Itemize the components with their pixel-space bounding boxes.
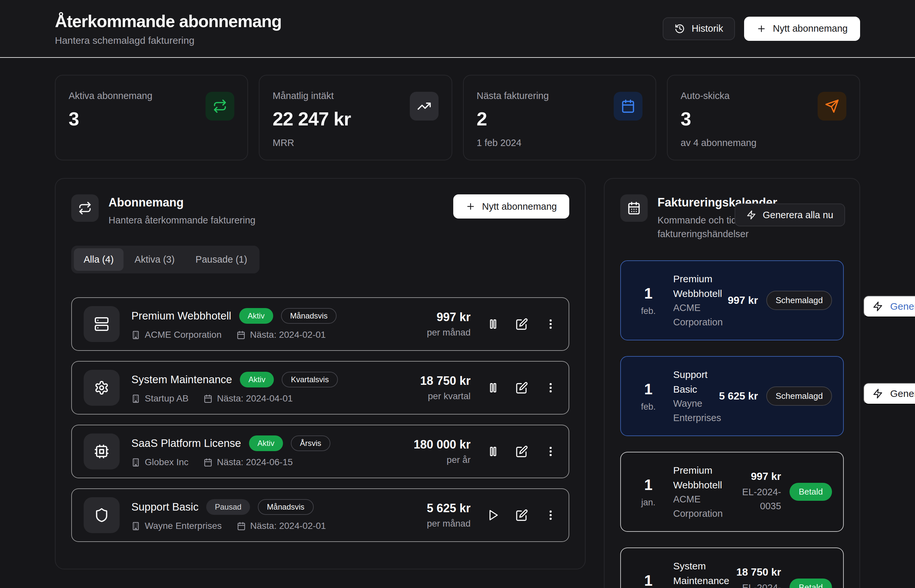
event-month: feb. — [632, 306, 665, 316]
next-billing-meta: Nästa: 2024-02-01 — [237, 330, 326, 340]
generate-all-button[interactable]: Generera alla nu — [735, 204, 845, 226]
history-icon — [674, 24, 685, 34]
billing-event-paid: 1 jan. System Maintenance Startup AB 18 … — [620, 548, 844, 588]
more-menu-button[interactable] — [545, 381, 557, 394]
subscription-filter-tabs: Alla (4) Aktiva (3) Pausade (1) — [71, 246, 259, 273]
event-invoice-number: EL-2024-0035 — [726, 485, 781, 514]
amount-value: 997 kr — [427, 310, 470, 324]
generate-now-button[interactable]: Generera — [863, 296, 915, 317]
event-company: ACME Corporation — [673, 492, 718, 521]
tab-active[interactable]: Aktiva (3) — [125, 248, 184, 271]
subscriptions-panel-title: Abonnemang — [108, 195, 255, 209]
building-icon — [131, 458, 140, 467]
stat-sub: MRR — [273, 137, 438, 148]
event-name: Premium Webbhotell — [673, 271, 719, 301]
new-subscription-button-label: Nytt abonnemang — [482, 201, 557, 212]
subscription-amount: 18 750 kr per kvartal — [420, 374, 470, 401]
edit-button[interactable] — [516, 318, 528, 330]
event-info: Premium Webbhotell ACME Corporation — [673, 271, 719, 329]
company-meta: Startup AB — [131, 393, 189, 404]
billing-calendar-panel: Faktureringskalender Kommande och tidiga… — [604, 178, 860, 588]
more-menu-button[interactable] — [545, 445, 557, 458]
send-icon — [818, 92, 846, 121]
generate-all-label: Generera alla nu — [763, 210, 833, 221]
subscription-name: SaaS Platform License — [131, 437, 241, 449]
event-name: System Maintenance — [673, 559, 718, 588]
row-actions — [487, 509, 557, 521]
pause-button[interactable] — [487, 318, 500, 330]
building-icon — [131, 522, 140, 530]
subscriptions-panel-titles: Abonnemang Hantera återkommande fakturer… — [108, 194, 255, 227]
history-button-label: Historik — [692, 23, 723, 34]
subscription-list: Premium Webbhotell Aktiv Månadsvis ACME … — [71, 297, 569, 542]
frequency-badge: Månadsvis — [281, 308, 337, 324]
edit-button[interactable] — [516, 381, 528, 394]
event-name: Premium Webbhotell — [673, 463, 718, 492]
pause-button[interactable] — [487, 445, 500, 458]
subscriptions-panel-subtitle: Hantera återkommande fakturering — [108, 213, 255, 227]
event-info: Support Basic Wayne Enterprises — [673, 367, 710, 425]
stat-sub: 1 feb 2024 — [477, 137, 642, 148]
frequency-badge: Månadsvis — [258, 499, 314, 515]
subscription-name: System Maintenance — [131, 373, 232, 386]
tab-all[interactable]: Alla (4) — [74, 248, 123, 271]
event-day: 1 — [632, 572, 665, 588]
billing-events-list: 1 feb. Premium Webbhotell ACME Corporati… — [620, 260, 844, 588]
company-meta: Wayne Enterprises — [131, 521, 222, 531]
stat-card-monthly-revenue: Månatlig intäkt 22 247 kr MRR — [259, 75, 452, 160]
tab-paused[interactable]: Pausade (1) — [186, 248, 257, 271]
event-info: Premium Webbhotell ACME Corporation — [673, 463, 718, 521]
next-billing-date: Nästa: 2024-04-01 — [217, 393, 293, 404]
subscription-name: Support Basic — [131, 501, 198, 513]
stats-row: Aktiva abonnemang 3 Månatlig intäkt 22 2… — [0, 58, 915, 160]
edit-button[interactable] — [516, 509, 528, 521]
pause-button[interactable] — [487, 381, 500, 394]
more-menu-button[interactable] — [545, 509, 557, 521]
event-invoice-number: EL-2024-0032 — [726, 581, 781, 588]
main-content: Abonnemang Hantera återkommande fakturer… — [0, 160, 915, 588]
company-name: Startup AB — [145, 393, 189, 404]
event-status-badge: Betald — [789, 483, 832, 501]
subscription-row: Premium Webbhotell Aktiv Månadsvis ACME … — [71, 297, 569, 351]
next-billing-meta: Nästa: 2024-02-01 — [237, 521, 326, 531]
subscription-name: Premium Webbhotell — [131, 310, 231, 322]
amount-period: per kvartal — [420, 391, 470, 401]
next-billing-date: Nästa: 2024-06-15 — [217, 457, 293, 467]
header-titles: Återkommande abonnemang Hantera schemala… — [55, 11, 282, 46]
stat-card-auto-send: Auto-skicka 3 av 4 abonnemang — [667, 75, 860, 160]
repeat-icon — [205, 92, 234, 121]
event-date: 1 feb. — [632, 380, 665, 412]
event-status-badge: Schemalagd — [766, 386, 832, 406]
subscription-row: SaaS Platform License Aktiv Årsvis Globe… — [71, 425, 569, 478]
subscription-info: Premium Webbhotell Aktiv Månadsvis ACME … — [131, 308, 415, 340]
event-status-badge: Schemalagd — [766, 291, 832, 310]
amount-period: per år — [414, 455, 470, 465]
calendar-icon — [237, 331, 246, 339]
plus-icon — [466, 202, 475, 212]
calendar-icon — [204, 458, 212, 467]
calendar-icon — [237, 522, 246, 530]
edit-button[interactable] — [516, 445, 528, 458]
new-subscription-button-panel[interactable]: Nytt abonnemang — [453, 194, 569, 218]
next-billing-date: Nästa: 2024-02-01 — [250, 330, 326, 340]
new-subscription-button-header[interactable]: Nytt abonnemang — [744, 17, 860, 41]
row-actions — [487, 318, 557, 330]
calendar-icon — [614, 92, 642, 121]
status-badge: Aktiv — [240, 372, 274, 388]
generate-now-label: Generera — [890, 388, 915, 399]
generate-now-button[interactable]: Generera — [863, 383, 915, 404]
calendar-icon — [620, 194, 648, 222]
event-info: System Maintenance Startup AB — [673, 559, 718, 588]
page-header: Återkommande abonnemang Hantera schemala… — [0, 0, 915, 58]
page-subtitle: Hantera schemalagd fakturering — [55, 35, 282, 46]
zap-icon — [873, 301, 883, 312]
shield-icon — [84, 497, 120, 533]
more-menu-button[interactable] — [545, 318, 557, 330]
subscription-amount: 997 kr per månad — [427, 310, 470, 338]
play-button[interactable] — [487, 509, 500, 521]
subscription-info: SaaS Platform License Aktiv Årsvis Globe… — [131, 435, 402, 467]
event-day: 1 — [632, 284, 665, 302]
header-actions: Historik Nytt abonnemang — [663, 17, 860, 41]
event-name: Support Basic — [673, 367, 710, 397]
history-button[interactable]: Historik — [663, 17, 735, 40]
